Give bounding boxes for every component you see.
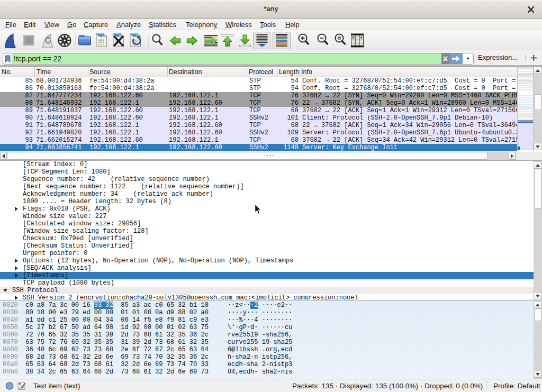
svg-text:0111: 0111: [98, 43, 104, 46]
